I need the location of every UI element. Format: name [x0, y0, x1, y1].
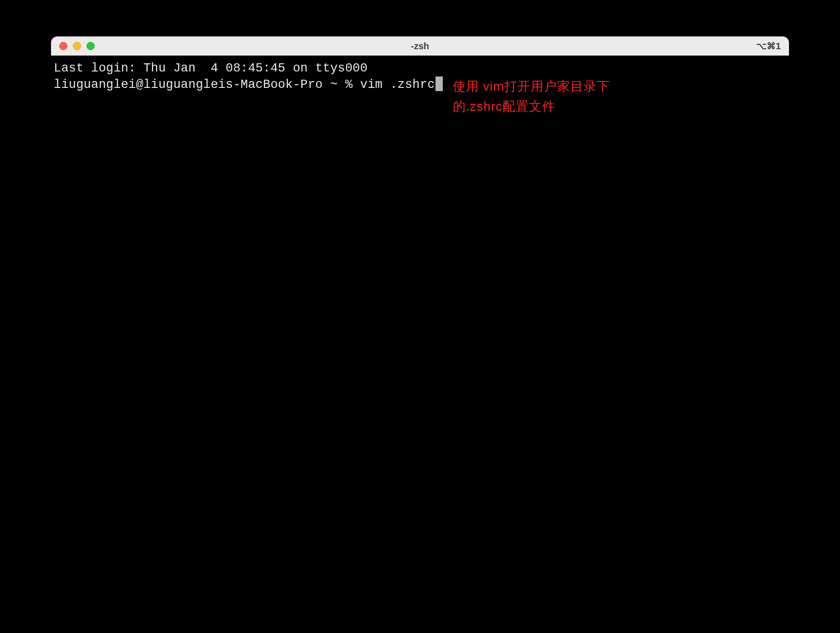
maximize-button[interactable] [87, 42, 95, 50]
title-bar: -zsh ⌥⌘1 [51, 36, 789, 56]
login-info: Last login: Thu Jan 4 08:45:45 on ttys00… [54, 60, 786, 77]
terminal-body[interactable]: Last login: Thu Jan 4 08:45:45 on ttys00… [51, 56, 789, 565]
window-shortcut: ⌥⌘1 [756, 41, 781, 51]
traffic-lights [59, 42, 95, 50]
cursor-icon [435, 77, 443, 91]
close-button[interactable] [59, 42, 67, 50]
prompt-line: liuguanglei@liuguangleis-MacBook-Pro ~ %… [54, 77, 786, 116]
annotation-text: 使用 vim打开用户家目录下的.zshrc配置文件 [453, 77, 626, 116]
minimize-button[interactable] [73, 42, 81, 50]
terminal-window: -zsh ⌥⌘1 Last login: Thu Jan 4 08:45:45 … [51, 36, 789, 565]
command-input[interactable]: vim .zshrc [360, 77, 435, 93]
shell-prompt: liuguanglei@liuguangleis-MacBook-Pro ~ % [54, 77, 360, 93]
window-title: -zsh [411, 41, 429, 51]
